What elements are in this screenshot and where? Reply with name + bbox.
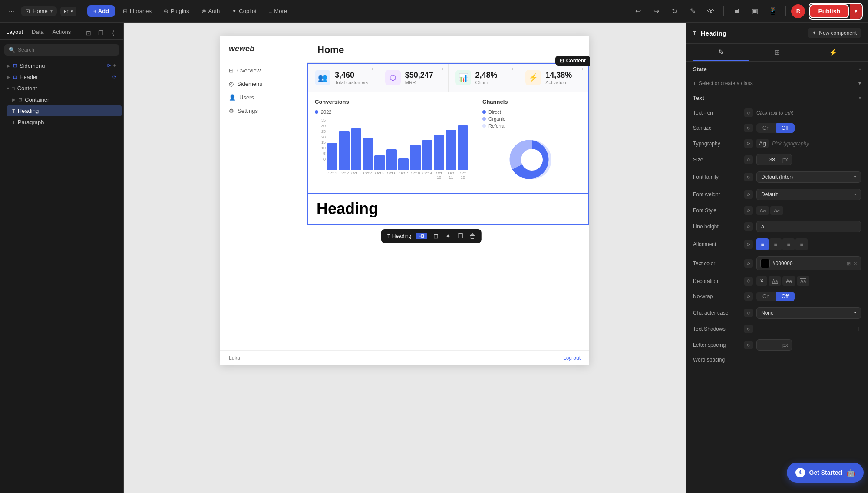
toolbar-action-copy[interactable]: ❐ bbox=[455, 231, 465, 241]
header-link-icon[interactable]: ⟳ bbox=[112, 74, 116, 80]
rp-decoration-binding-icon[interactable]: ⟳ bbox=[744, 277, 753, 286]
tree-item-header[interactable]: ▶ ⊞ Header ⟳ bbox=[2, 72, 122, 82]
sanitize-on[interactable]: On bbox=[756, 123, 776, 133]
desktop-view-button[interactable]: 🖥 bbox=[729, 4, 744, 19]
align-center[interactable]: ≡ bbox=[769, 238, 782, 250]
rp-letter-spacing-binding-icon[interactable]: ⟳ bbox=[744, 341, 753, 349]
canvas-nav-settings[interactable]: ⚙ Settings bbox=[220, 104, 307, 118]
rp-state-header[interactable]: State ▾ bbox=[686, 62, 868, 77]
rp-font-family-binding-icon[interactable]: ⟳ bbox=[744, 173, 753, 181]
deco-underline[interactable]: Aa bbox=[769, 276, 781, 286]
deco-none[interactable]: ✕ bbox=[756, 276, 767, 286]
redo-button[interactable]: ↪ bbox=[649, 4, 663, 19]
rp-char-case-binding-icon[interactable]: ⟳ bbox=[744, 309, 753, 317]
tree-item-paragraph[interactable]: T Paragraph bbox=[7, 117, 122, 128]
libraries-nav-link[interactable]: ⊞ Libraries bbox=[119, 5, 156, 17]
auth-icon: ⊗ bbox=[201, 8, 206, 14]
rp-line-height-value-input[interactable] bbox=[761, 223, 856, 230]
copy-icon[interactable]: ⊡ bbox=[83, 28, 94, 38]
preview-button[interactable]: 👁 bbox=[703, 4, 718, 19]
canvas-nav-users[interactable]: 👤 Users bbox=[220, 91, 307, 104]
rp-size-value-input[interactable] bbox=[757, 154, 779, 165]
rp-text-color-input[interactable]: #000000 ⊞ ✕ bbox=[756, 256, 861, 270]
user-avatar[interactable]: R bbox=[791, 4, 805, 18]
tab-actions[interactable]: Actions bbox=[52, 26, 72, 39]
undo-button[interactable]: ↩ bbox=[630, 4, 645, 19]
rp-style-icon-btn[interactable]: ✎ bbox=[693, 44, 749, 61]
duplicate-icon[interactable]: ❐ bbox=[96, 28, 106, 38]
home-tab[interactable]: ⊡ Home ▾ bbox=[21, 6, 57, 16]
tree-item-sidemenu[interactable]: ▶ ⊞ Sidemenu ⟳ ✦ bbox=[2, 60, 122, 71]
add-button[interactable]: + Add bbox=[87, 5, 115, 17]
sidemenu-link-icon[interactable]: ⟳ bbox=[107, 63, 111, 69]
canvas-nav-overview[interactable]: ⊞ Overview bbox=[220, 64, 307, 77]
canvas-nav-locations[interactable]: ◎ Sidemenu bbox=[220, 77, 307, 91]
no-wrap-off[interactable]: Off bbox=[776, 292, 795, 301]
search-input[interactable] bbox=[18, 47, 115, 53]
stat-value-churn: 2,48% bbox=[475, 71, 498, 80]
font-style-italic[interactable]: Aa bbox=[770, 206, 783, 215]
rp-font-family-select[interactable]: Default (Inter) ▾ bbox=[756, 171, 861, 183]
footer-user: Luka bbox=[229, 355, 240, 361]
rp-actions-icon-btn[interactable]: ⚡ bbox=[805, 44, 861, 61]
tab-layout[interactable]: Layout bbox=[5, 26, 24, 39]
rp-text-color-binding-icon[interactable]: ⟳ bbox=[744, 259, 753, 268]
sidemenu-action-icon[interactable]: ✦ bbox=[112, 63, 116, 69]
heading-display-text[interactable]: Heading bbox=[317, 200, 580, 218]
sidemenu-label: Sidemenu bbox=[20, 62, 45, 69]
refresh-button[interactable]: ↻ bbox=[667, 4, 682, 19]
rp-text-en-binding-icon[interactable]: ⟳ bbox=[744, 108, 753, 117]
rp-text-header[interactable]: Text ▾ bbox=[686, 90, 868, 105]
pen-tool-button[interactable]: ✎ bbox=[685, 4, 700, 19]
collapse-icon[interactable]: ⟨ bbox=[108, 28, 118, 38]
rp-line-height-binding-icon[interactable]: ⟳ bbox=[744, 222, 753, 231]
rp-settings-icon-btn[interactable]: ⊞ bbox=[749, 44, 805, 61]
toolbar-tag: H3 bbox=[416, 233, 427, 239]
rp-size-binding-icon[interactable]: ⟳ bbox=[744, 155, 753, 164]
add-class-label: Select or create a class bbox=[699, 80, 753, 86]
rp-no-wrap-binding-icon[interactable]: ⟳ bbox=[744, 292, 753, 301]
sanitize-off[interactable]: Off bbox=[776, 123, 795, 133]
publish-label: Publish bbox=[818, 8, 840, 15]
publish-dropdown-button[interactable]: ▾ bbox=[850, 4, 862, 19]
font-style-normal[interactable]: Aa bbox=[756, 206, 769, 215]
plugins-nav-link[interactable]: ⊕ Plugins bbox=[159, 5, 194, 17]
rp-text-shadows-add[interactable]: + bbox=[857, 325, 861, 333]
rp-text-shadows-binding-icon[interactable]: ⟳ bbox=[744, 325, 753, 333]
tree-item-heading[interactable]: T Heading bbox=[7, 105, 122, 116]
align-left[interactable]: ≡ bbox=[756, 238, 769, 250]
footer-logout[interactable]: Log out bbox=[563, 355, 581, 361]
deco-overline[interactable]: Aa bbox=[797, 276, 809, 286]
language-selector[interactable]: en ▾ bbox=[60, 7, 76, 16]
rp-font-weight-select[interactable]: Default ▾ bbox=[756, 189, 861, 200]
publish-button[interactable]: Publish bbox=[809, 4, 849, 18]
tab-data[interactable]: Data bbox=[31, 26, 44, 39]
color-swatch-black[interactable] bbox=[760, 259, 770, 268]
tree-item-content[interactable]: ▾ □ Content bbox=[2, 83, 122, 94]
more-nav-link[interactable]: ≡ More bbox=[264, 5, 291, 17]
tree-item-container[interactable]: ▶ ⊡ Container bbox=[7, 94, 122, 105]
menu-dots-button[interactable]: ⋯ bbox=[5, 5, 17, 17]
no-wrap-on[interactable]: On bbox=[756, 292, 776, 301]
new-component-button[interactable]: ✦ New component bbox=[808, 28, 861, 38]
deco-line-through[interactable]: Aa bbox=[782, 276, 795, 286]
rp-alignment-binding-icon[interactable]: ⟳ bbox=[744, 240, 753, 249]
toolbar-action-2[interactable]: ✦ bbox=[443, 231, 453, 241]
rp-letter-spacing-value-input[interactable] bbox=[757, 340, 779, 350]
rp-font-weight-binding-icon[interactable]: ⟳ bbox=[744, 190, 753, 199]
auth-nav-link[interactable]: ⊗ Auth bbox=[197, 5, 224, 17]
rp-typography-binding-icon[interactable]: ⟳ bbox=[744, 139, 753, 148]
mobile-view-button[interactable]: 📱 bbox=[766, 4, 780, 19]
rp-font-style-binding-icon[interactable]: ⟳ bbox=[744, 206, 753, 215]
toolbar-action-delete[interactable]: 🗑 bbox=[467, 231, 478, 241]
tablet-view-button[interactable]: ▣ bbox=[747, 4, 762, 19]
get-started-button[interactable]: 4 Get Started 🤖 bbox=[787, 463, 864, 483]
rp-char-case-select[interactable]: None ▾ bbox=[756, 307, 861, 319]
align-right[interactable]: ≡ bbox=[782, 238, 795, 250]
color-clear-icon[interactable]: ✕ bbox=[853, 261, 857, 266]
rp-sanitize-binding-icon[interactable]: ⟳ bbox=[744, 124, 753, 132]
toolbar-action-1[interactable]: ⊡ bbox=[431, 231, 441, 241]
align-justify[interactable]: ≡ bbox=[795, 238, 808, 250]
add-class-row[interactable]: + Select or create a class ▾ bbox=[686, 77, 868, 90]
copilot-nav-link[interactable]: ✦ Copilot bbox=[228, 5, 261, 17]
